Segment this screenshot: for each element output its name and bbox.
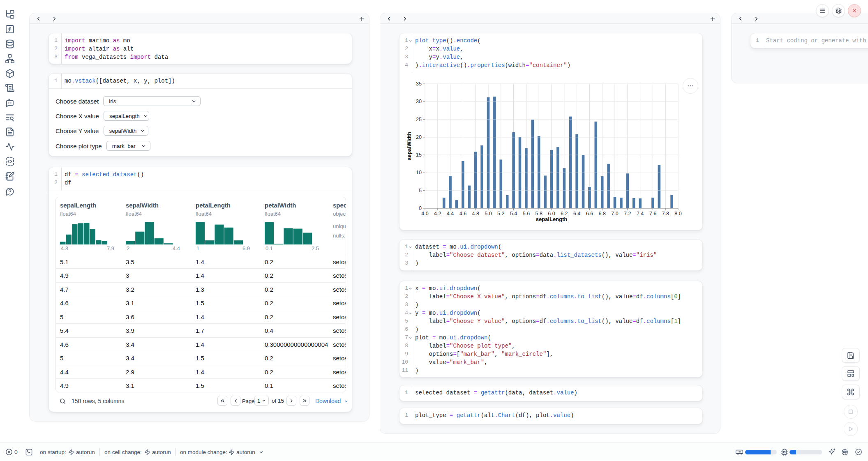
- svg-text:15: 15: [416, 152, 422, 158]
- svg-text:4.0: 4.0: [421, 211, 428, 217]
- svg-text:5: 5: [419, 188, 422, 194]
- svg-text:8.0: 8.0: [674, 211, 681, 217]
- svg-text:sepalLength: sepalLength: [536, 216, 568, 222]
- svg-text:5.4: 5.4: [510, 211, 517, 217]
- svg-text:6.2: 6.2: [561, 211, 568, 217]
- svg-text:5.2: 5.2: [497, 211, 504, 217]
- svg-text:5.0: 5.0: [485, 211, 492, 217]
- svg-text:30: 30: [416, 99, 422, 104]
- svg-text:6.4: 6.4: [573, 211, 580, 217]
- svg-text:5.8: 5.8: [536, 211, 542, 217]
- svg-text:4.6: 4.6: [459, 211, 466, 217]
- svg-text:20: 20: [416, 134, 422, 140]
- svg-text:sepalWidth: sepalWidth: [406, 132, 412, 160]
- svg-text:5.6: 5.6: [523, 211, 530, 217]
- svg-text:25: 25: [416, 117, 422, 122]
- svg-text:7.2: 7.2: [624, 211, 631, 217]
- svg-text:6.8: 6.8: [599, 211, 606, 217]
- svg-text:7.0: 7.0: [611, 211, 618, 217]
- svg-text:7.6: 7.6: [649, 211, 656, 217]
- svg-text:4.2: 4.2: [434, 211, 441, 217]
- svg-text:7.8: 7.8: [662, 211, 669, 217]
- svg-text:4.4: 4.4: [447, 211, 454, 217]
- svg-text:10: 10: [416, 170, 422, 175]
- svg-text:6.6: 6.6: [586, 211, 593, 217]
- svg-text:35: 35: [416, 81, 422, 87]
- svg-text:7.4: 7.4: [637, 211, 644, 217]
- svg-text:4.8: 4.8: [472, 211, 479, 217]
- svg-text:6.0: 6.0: [548, 211, 555, 217]
